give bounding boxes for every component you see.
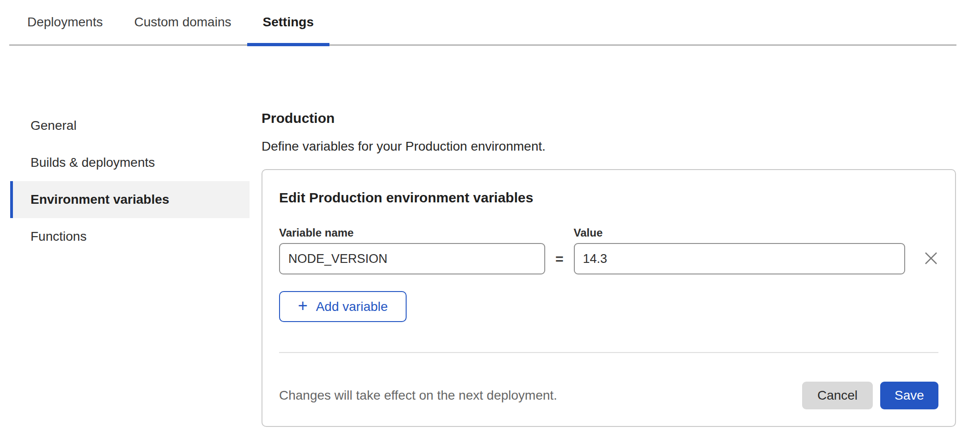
footer-actions: Cancel Save [802, 382, 938, 409]
sidebar-item-builds-deployments[interactable]: Builds & deployments [10, 144, 250, 181]
variable-row: Variable name = Value [279, 226, 938, 274]
variable-name-input[interactable] [279, 243, 545, 274]
tab-custom-domains[interactable]: Custom domains [118, 0, 247, 44]
section-title: Production [262, 110, 956, 127]
sidebar-item-environment-variables[interactable]: Environment variables [10, 181, 250, 218]
cancel-button[interactable]: Cancel [802, 382, 873, 409]
card-title: Edit Production environment variables [279, 189, 938, 206]
main-content: Production Define variables for your Pro… [262, 107, 956, 427]
save-button[interactable]: Save [880, 382, 938, 409]
sidebar-item-general[interactable]: General [10, 107, 250, 144]
tab-deployments[interactable]: Deployments [12, 0, 118, 44]
value-field-group: Value [574, 226, 905, 274]
page-tabs: Deployments Custom domains Settings [9, 0, 956, 46]
value-label: Value [574, 226, 905, 239]
tab-settings[interactable]: Settings [247, 0, 329, 44]
footer-note: Changes will take effect on the next dep… [279, 388, 557, 403]
remove-variable-button[interactable] [924, 251, 938, 266]
environment-variables-card: Edit Production environment variables Va… [262, 169, 956, 427]
card-divider [279, 352, 938, 353]
sidebar-item-functions[interactable]: Functions [10, 218, 250, 255]
variable-name-label: Variable name [279, 226, 545, 239]
plus-icon: + [298, 298, 308, 314]
variable-value-input[interactable] [574, 243, 905, 274]
card-footer: Changes will take effect on the next dep… [279, 382, 938, 409]
add-variable-button[interactable]: + Add variable [279, 291, 407, 322]
add-variable-label: Add variable [316, 299, 388, 314]
settings-sidebar: General Builds & deployments Environment… [10, 107, 250, 255]
close-icon [924, 251, 938, 265]
variable-name-field-group: Variable name [279, 226, 545, 274]
section-description: Define variables for your Production env… [262, 139, 956, 154]
equals-sign: = [555, 252, 564, 266]
